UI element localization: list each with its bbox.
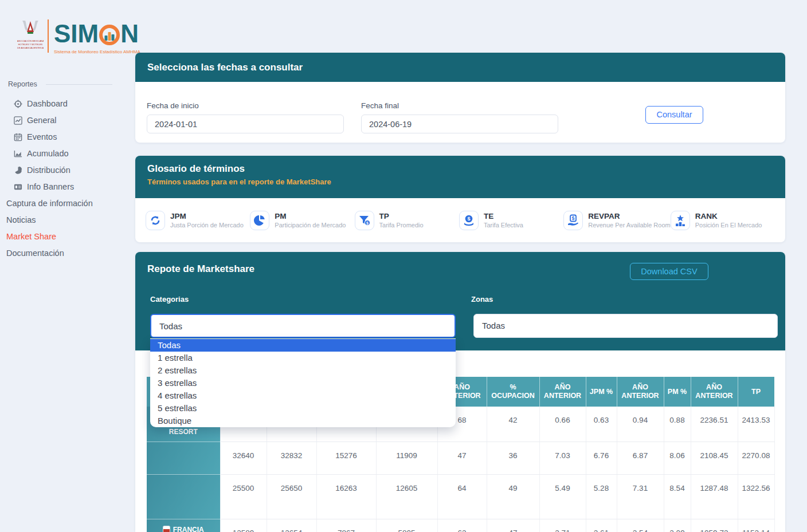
glossary-item-tp: $ TPTarifa Promedio [355, 211, 459, 230]
svg-text:$: $ [467, 216, 470, 222]
hotel-logo-icon [163, 526, 170, 532]
dates-card-header: Selecciona las fechas a consultar [135, 53, 785, 82]
table-cell: 5.28 [586, 474, 617, 519]
sidebar-item-distribucion[interactable]: Distribución [14, 163, 128, 177]
consultar-button[interactable]: Consultar [645, 106, 703, 124]
glossary-title: Glosario de términos [147, 163, 785, 175]
hotel-name [147, 442, 220, 474]
sidebar-item-info-banners[interactable]: Info Banners [14, 180, 128, 194]
app-logo: ASOCIACIÓN MEXICANA DE HOTELES Y MOTELES… [17, 19, 140, 54]
sidebar: ASOCIACIÓN MEXICANA DE HOTELES Y MOTELES… [0, 0, 135, 532]
revenue-hand-icon: $ [563, 211, 583, 230]
table-cell: 42 [487, 407, 539, 442]
table-cell: 12589 [220, 519, 267, 532]
table-header-cell: AÑO ANTERIOR [617, 377, 664, 407]
table-header-cell: PM % [664, 377, 691, 407]
table-cell: 36 [487, 442, 539, 474]
table-cell: 5805 [376, 519, 437, 532]
table-row: FRANCIA 12589 12654 7867 5805 62 47 2.71… [147, 519, 774, 532]
dropdown-option-3-estrellas[interactable]: 3 estrellas [150, 377, 456, 389]
table-cell: 6.76 [586, 442, 617, 474]
glossary-desc: Justa Porción de Mercado [170, 222, 244, 228]
table-cell: 32832 [267, 442, 316, 474]
table-cell: 11909 [376, 442, 437, 474]
logo-divider [48, 19, 49, 53]
sidebar-item-eventos[interactable]: Eventos [14, 130, 128, 144]
emblem-text-line: HOTELES Y MOTELES [17, 43, 44, 46]
dashboard-icon [14, 100, 22, 108]
table-header-cell: JPM % [586, 377, 617, 407]
start-date-input[interactable] [147, 115, 344, 133]
glossary-item-jpm: JPMJusta Porción de Mercado [146, 211, 250, 230]
dropdown-option-5-estrellas[interactable]: 5 estrellas [150, 402, 456, 415]
section-divider [46, 84, 112, 85]
area-chart-icon [14, 149, 22, 158]
table-cell: 12605 [376, 474, 437, 519]
table-cell: 0.94 [617, 407, 664, 442]
svg-text:$: $ [572, 215, 575, 221]
simon-wordmark: SIM N [54, 19, 140, 48]
line-chart-icon [14, 116, 22, 125]
dollar-hand-icon: $ [459, 211, 479, 230]
sidebar-item-captura[interactable]: Captura de información [6, 196, 130, 210]
dropdown-option-1-estrella[interactable]: 1 estrella [150, 352, 456, 364]
bar-chart-ring-icon [99, 25, 120, 45]
sidebar-item-general[interactable]: General [14, 113, 128, 127]
sidebar-item-documentacion[interactable]: Documentación [6, 246, 130, 260]
zones-select[interactable]: Todas [473, 314, 778, 338]
sidebar-item-label: Eventos [27, 132, 57, 141]
table-cell: 1322.56 [738, 474, 774, 519]
svg-text:$: $ [366, 221, 369, 226]
sidebar-item-label: General [27, 116, 57, 125]
dropdown-option-2-estrellas[interactable]: 2 estrellas [150, 364, 456, 377]
table-cell: 8.54 [664, 474, 691, 519]
sidebar-item-label: Captura de información [6, 199, 93, 208]
glossary-card: Glosario de términos Términos usados par… [135, 156, 785, 242]
glossary-desc: Tarifa Efectiva [484, 222, 523, 228]
table-cell: 62 [437, 519, 487, 532]
table-cell: 2.09 [664, 519, 691, 532]
sidebar-item-market-share[interactable]: Market Share [6, 230, 130, 243]
association-emblem: ASOCIACIÓN MEXICANA DE HOTELES Y MOTELES… [17, 19, 44, 49]
glossary-abbr: REVPAR [588, 212, 671, 220]
table-cell: 1059.72 [691, 519, 738, 532]
zones-label: Zonas [471, 295, 493, 304]
calendar-icon [14, 133, 22, 141]
table-cell: 32640 [220, 442, 267, 474]
table-header-cell: AÑO ANTERIOR [539, 377, 586, 407]
download-csv-button[interactable]: Download CSV [630, 263, 708, 280]
table-cell: 25500 [220, 474, 267, 519]
glossary-desc: Participación de Mercado [275, 222, 346, 228]
dropdown-option-boutique[interactable]: Boutique [150, 415, 456, 427]
table-cell: 2.54 [617, 519, 664, 532]
categories-select[interactable]: Todas [150, 314, 456, 338]
hotel-name [147, 474, 220, 519]
sidebar-item-label: Documentación [6, 249, 64, 258]
glossary-list: JPMJusta Porción de Mercado PMParticipac… [135, 198, 785, 242]
star-rank-icon [671, 211, 690, 230]
table-cell: 0.63 [586, 407, 617, 442]
table-cell: 0.66 [539, 407, 586, 442]
glossary-abbr: TP [379, 212, 424, 220]
table-cell: 2413.53 [738, 407, 774, 442]
glossary-abbr: TE [484, 212, 523, 220]
sidebar-item-acumulado[interactable]: Acumulado [14, 147, 128, 160]
dropdown-option-todas[interactable]: Todas [150, 339, 456, 352]
emblem-text-line: ASOCIACIÓN MEXICANA DE [17, 40, 44, 42]
sidebar-item-label: Market Share [6, 232, 56, 241]
table-header-cell: % OCUPACION [487, 377, 539, 407]
table-cell: 0.88 [664, 407, 691, 442]
table-cell: 49 [487, 474, 539, 519]
glossary-subtitle: Términos usados para en el reporte de Ma… [147, 178, 785, 186]
sidebar-item-noticias[interactable]: Noticias [6, 213, 130, 227]
glossary-item-rank: RANKPosición En El Mercado [671, 211, 775, 230]
table-cell: 7.31 [617, 474, 664, 519]
sidebar-section-reportes: Reportes [8, 80, 37, 88]
table-cell: 6.87 [617, 442, 664, 474]
dropdown-option-4-estrellas[interactable]: 4 estrellas [150, 389, 456, 402]
table-cell: 25650 [267, 474, 316, 519]
end-date-input[interactable] [361, 115, 558, 133]
sidebar-item-dashboard[interactable]: Dashboard [14, 97, 128, 111]
table-cell: 2236.51 [691, 407, 738, 442]
glossary-item-revpar: $ REVPARRevenue Per Available Room [563, 211, 671, 230]
